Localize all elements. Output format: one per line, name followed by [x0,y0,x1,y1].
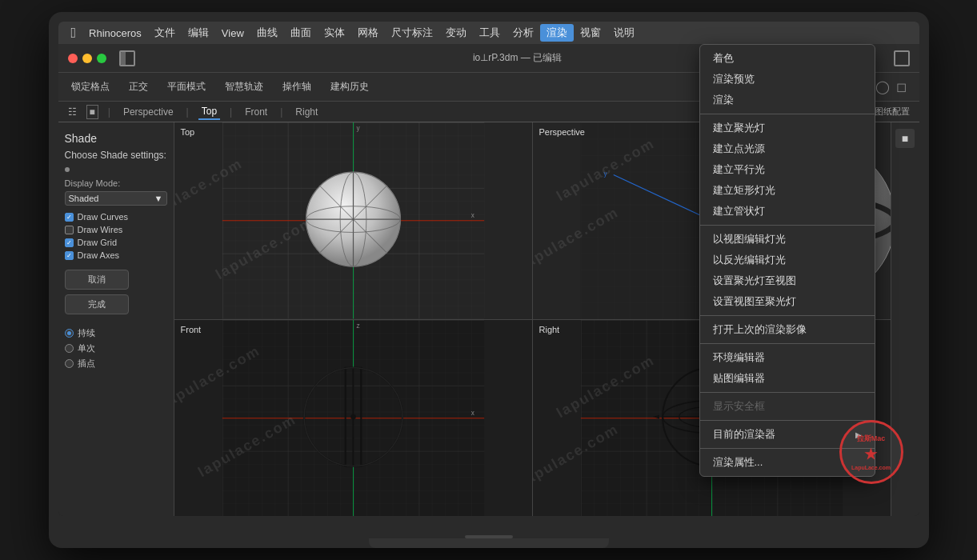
menubar-analysis[interactable]: 分析 [507,24,540,42]
right-panel-toggle[interactable] [894,50,910,66]
checkbox-draw-axes[interactable]: Draw Axes [65,250,167,260]
menu-render[interactable]: 渲染 [700,90,875,110]
traffic-lights [68,54,106,63]
close-button[interactable] [68,54,78,63]
radio-continuous-input[interactable] [65,329,74,338]
minimize-button[interactable] [82,54,92,63]
menu-edit-light-by-reflection[interactable]: 以反光编辑灯光 [700,250,875,270]
vp-tab-top[interactable]: Top [198,104,220,120]
viewport-top-label: Top [181,127,195,137]
menu-render-preview[interactable]: 渲染预览 [700,69,875,90]
frame-icon[interactable]: ◻ [896,79,907,94]
render-dropdown-menu[interactable]: 着色 渲染预览 渲染 建立聚光灯 建立点光源 建立平行光 建立矩形灯光 建立管状… [699,44,875,477]
menubar-mesh[interactable]: 网格 [351,24,385,42]
menu-env-editor[interactable]: 环境编辑器 [700,347,875,368]
cancel-button[interactable]: 取消 [65,270,129,290]
toolbar-smarttrack[interactable]: 智慧轨迹 [225,80,263,94]
panel-toggle-icon[interactable] [119,50,135,66]
panel-subtitle: Choose Shade settings: [65,150,167,161]
top-viewport-svg: x y [174,122,532,319]
menubar-apple[interactable]:  [65,23,83,43]
menu-directional-light[interactable]: 建立平行光 [700,159,875,180]
menubar-surfaces[interactable]: 曲面 [284,24,318,42]
radio-knot[interactable]: 插点 [65,358,167,370]
radio-knot-label: 插点 [78,358,95,370]
vp-layout-icon[interactable]: ■ [86,105,98,119]
svg-text:x: x [470,212,474,219]
toolbar-gumball[interactable]: 操作轴 [282,80,311,94]
stop-icon[interactable]: ◯ [875,79,890,94]
vp-sep4: | [280,106,282,118]
menubar-view[interactable]: View [215,26,250,41]
display-mode-label: Display Mode: [65,178,167,188]
vp-sep2: | [186,106,189,118]
laptop-base [369,538,609,548]
checkbox-draw-wires[interactable]: Draw Wires [65,225,167,234]
dropdown-arrow: ▼ [154,194,163,203]
vp-tab-perspective[interactable]: Perspective [120,105,177,119]
menubar-transform[interactable]: 变动 [439,24,473,42]
svg-text:z: z [356,322,359,329]
checkbox-draw-wires-input[interactable] [65,226,74,234]
radio-continuous-label: 持续 [78,327,95,339]
checkbox-draw-grid-label: Draw Grid [78,238,118,247]
menu-tube-light[interactable]: 建立管状灯 [700,201,875,222]
left-panel: Shade Choose Shade settings: Display Mod… [58,122,174,516]
radio-knot-input[interactable] [65,359,74,368]
menu-set-spotlight-to-view[interactable]: 设置聚光灯至视图 [700,270,875,291]
checkbox-draw-grid[interactable]: Draw Grid [65,238,167,247]
done-button[interactable]: 完成 [65,294,129,314]
menubar-render[interactable]: 渲染 [540,24,574,42]
menu-spot-light[interactable]: 建立聚光灯 [700,118,875,138]
vp-tab-front[interactable]: Front [242,105,270,119]
menu-point-light[interactable]: 建立点光源 [700,138,875,159]
menu-open-last-render[interactable]: 打开上次的渲染影像 [700,319,875,340]
menubar-tools[interactable]: 工具 [473,24,507,42]
checkbox-draw-curves-label: Draw Curves [78,212,129,222]
radio-continuous[interactable]: 持续 [65,327,167,339]
vp-tab-right[interactable]: Right [292,105,321,119]
menubar-viewport[interactable]: 视窗 [574,24,607,42]
menubar-file[interactable]: 文件 [148,24,182,42]
checkbox-draw-grid-input[interactable] [65,238,74,247]
menu-rect-light[interactable]: 建立矩形灯光 [700,180,875,201]
checkbox-draw-curves[interactable]: Draw Curves [65,212,167,222]
svg-text:x: x [470,409,474,416]
menu-safe-frame: 显示安全框 [700,396,875,417]
panel-title: Shade [65,132,167,145]
menu-edit-light-by-view[interactable]: 以视图编辑灯光 [700,229,875,250]
checkbox-draw-curves-input[interactable] [65,213,74,222]
menubar-curves[interactable]: 曲线 [250,24,284,42]
viewport-front[interactable]: Front lapulace.com lapulace.com [174,320,532,517]
menubar-dims[interactable]: 尺寸标注 [385,24,439,42]
menubar-help[interactable]: 说明 [607,24,641,42]
menu-shade[interactable]: 着色 [700,48,875,69]
toolbar-snap[interactable]: 锁定格点 [71,80,110,94]
menu-sep-3 [700,315,875,316]
vp-sep3: | [230,106,232,118]
menu-texture-editor[interactable]: 贴图编辑器 [700,368,875,389]
radio-single[interactable]: 单次 [65,342,167,354]
display-mode-dropdown[interactable]: Shaded ▼ [65,191,167,206]
menubar-edit[interactable]: 编辑 [182,24,215,42]
menubar-rhinoceros[interactable]: Rhinoceros [82,26,148,41]
drawing-config[interactable]: 图纸配置 [875,106,910,118]
maximize-button[interactable] [97,54,106,63]
checkbox-draw-axes-label: Draw Axes [78,250,120,260]
radio-single-label: 单次 [78,342,95,354]
viewport-perspective-label: Perspective [539,127,585,137]
lapulace-stamp: 拉斯Mac ★ LapuLace.com [839,420,903,484]
radio-single-input[interactable] [65,344,74,353]
checkbox-draw-axes-input[interactable] [65,251,74,260]
toolbar-ortho[interactable]: 正交 [129,80,148,94]
laptop-frame:  Rhinoceros 文件 编辑 View 曲线 曲面 实体 网格 尺寸标注… [49,12,929,548]
menubar-solids[interactable]: 实体 [318,24,351,42]
viewport-top[interactable]: Top lapulace.com lapulace.com [174,122,532,319]
vp-grid-icon[interactable]: ☷ [68,106,77,118]
viewport-right-label: Right [539,325,560,334]
right-panel-icon-1[interactable]: ■ [895,129,915,148]
toolbar-planar[interactable]: 平面模式 [167,80,206,94]
screen:  Rhinoceros 文件 编辑 View 曲线 曲面 实体 网格 尺寸标注… [58,22,919,516]
toolbar-history[interactable]: 建构历史 [330,80,369,94]
menu-set-view-to-spotlight[interactable]: 设置视图至聚光灯 [700,291,875,312]
